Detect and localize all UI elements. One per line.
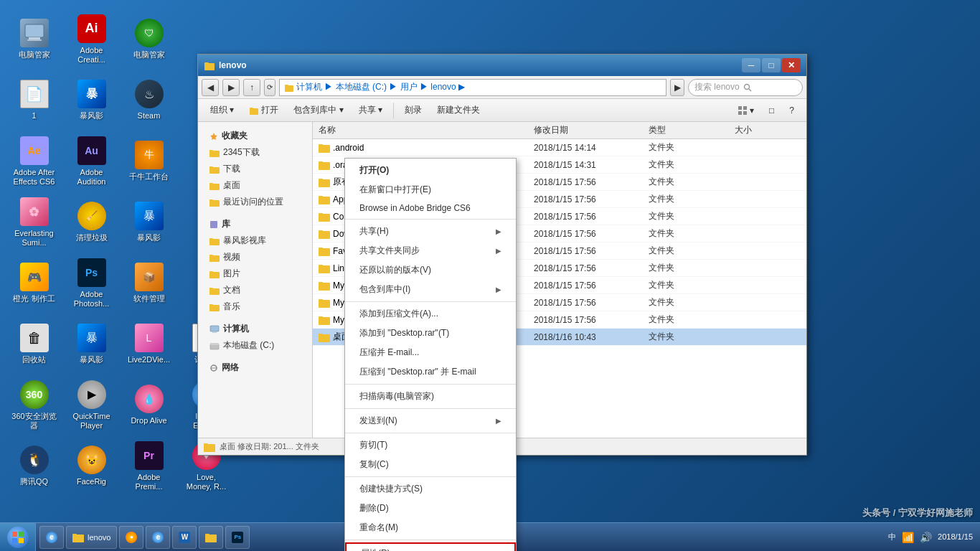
view-toggle-button[interactable]: ▾ [731,101,760,120]
col-header-date[interactable]: 修改日期 [528,124,643,136]
col-header-name[interactable]: 名称 [313,124,528,136]
library-header[interactable]: 库 [198,216,312,232]
ctx-open-new-window[interactable]: 在新窗口中打开(E) [345,180,516,199]
share-button[interactable]: 共享 ▾ [352,101,389,120]
go-button[interactable]: ▶ [670,79,684,96]
network-header[interactable]: 网络 [198,359,312,376]
desktop-icon-softmgr[interactable]: 📦 软件管理 [122,255,176,312]
taskbar-clock[interactable]: 2018/1/15 [938,532,973,542]
svg-rect-30 [209,271,213,273]
desktop-icon-quicktime[interactable]: ▶ QuickTimePlayer [65,377,118,434]
nav-pane: 收藏夹 2345下载 下载 桌面 [198,122,313,438]
minimize-button[interactable]: ─ [742,58,760,72]
refresh-button[interactable]: ⟳ [264,79,275,96]
table-row[interactable]: .android 2018/1/15 14:14 文件夹 [313,139,806,156]
open-button[interactable]: 打开 [242,101,285,120]
svg-rect-24 [210,221,217,228]
taskbar-ie2-button[interactable]: e [146,526,170,549]
nav-item-pictures[interactable]: 图片 [198,265,312,282]
nav-item-recent[interactable]: 最近访问的位置 [198,194,312,210]
nav-item-2345[interactable]: 2345下载 [198,144,312,161]
taskbar-folder2-button[interactable] [199,526,223,549]
ctx-sync[interactable]: 共享文件夹同步 ▶ [345,241,516,260]
ctx-copy[interactable]: 复制(C) [345,455,516,474]
desktop-icon-baofeng2[interactable]: 暴 暴风影 [65,316,118,373]
address-path[interactable]: 计算机 ▶ 本地磁盘 (C:) ▶ 用户 ▶ lenovo ▶ [279,79,666,96]
desktop-icon-steam[interactable]: ♨ Steam [122,72,176,129]
desktop-icon-600[interactable]: 🐧 腾讯QQ [7,438,61,495]
nav-item-video[interactable]: 视频 [198,249,312,265]
ctx-properties[interactable]: 属性(R) [345,542,516,551]
desktop-icon-1[interactable]: 📄 1 [7,72,61,129]
organize-button[interactable]: 组织 ▾ [204,101,240,120]
start-orb [7,527,29,548]
ctx-send-to[interactable]: 发送到(N) ▶ [345,411,516,430]
nav-item-local-disk[interactable]: 本地磁盘 (C:) [198,337,312,354]
desktop-icon-au[interactable]: Au AdobeAudition [65,133,118,190]
ctx-scan-virus[interactable]: 扫描病毒(电脑管家) [345,387,516,406]
svg-rect-19 [209,166,213,169]
ctx-cut[interactable]: 剪切(T) [345,435,516,455]
ctx-delete[interactable]: 删除(D) [345,499,516,518]
nav-item-download[interactable]: 下载 [198,161,312,177]
taskbar-ps-button[interactable]: Ps [225,526,250,549]
new-folder-button[interactable]: 新建文件夹 [430,101,486,120]
include-library-button[interactable]: 包含到库中 ▾ [287,101,349,120]
close-button[interactable]: ✕ [782,58,801,72]
computer-nav-header[interactable]: 计算机 [198,321,312,337]
desktop-icon-ps[interactable]: Ps AdobePhotosh... [65,255,118,312]
preview-button[interactable]: □ [763,101,781,120]
search-box[interactable]: 搜索 lenovo [688,79,803,96]
desktop-icon-recycle[interactable]: 🗑 回收站 [7,316,61,373]
maximize-button[interactable]: □ [762,58,781,72]
desktop-icon-pcmgr[interactable]: 🛡 电脑管家 [122,11,176,68]
favorites-header[interactable]: 收藏夹 [198,128,312,144]
desktop-icon-dropalive[interactable]: 💧 Drop Alive [122,377,176,434]
ctx-share[interactable]: 共享(H) ▶ [345,222,516,241]
ctx-add-desktop-rar[interactable]: 添加到 "Desktop.rar"(T) [345,324,516,343]
ctx-include-library[interactable]: 包含到库中(I) ▶ [345,280,516,299]
desktop-icon-ae[interactable]: Ae Adobe AfterEffects CS6 [7,133,61,190]
desktop-icon-baofeng[interactable]: 暴 暴风影 [65,72,118,129]
col-header-size[interactable]: 大小 [729,124,786,136]
nav-item-baofeng-lib[interactable]: 暴风影视库 [198,232,312,249]
ctx-add-archive[interactable]: 添加到压缩文件(A)... [345,304,516,324]
burn-button[interactable]: 刻录 [398,101,428,120]
desktop-icon-qianniu[interactable]: 牛 千牛工作台 [122,133,176,190]
desktop-icon-chenguang[interactable]: 🎮 橙光 制作工 [7,255,61,312]
ctx-compress-email[interactable]: 压缩并 E-mail... [345,343,516,362]
back-button[interactable]: ◀ [202,79,219,96]
help-button[interactable]: ? [783,101,801,120]
nav-item-desktop[interactable]: 桌面 [198,177,312,194]
ctx-restore-prev[interactable]: 还原以前的版本(V) [345,260,516,280]
clock-time: 2018/1/15 [938,532,973,542]
desktop-icon-computer[interactable]: 电脑管家 [7,11,61,68]
folder-title-icon [204,60,215,71]
ctx-open[interactable]: 打开(O) [345,161,516,180]
window-titlebar[interactable]: lenovo ─ □ ✕ [198,55,806,76]
desktop-icon-ac[interactable]: Ai AdobeCreati... [65,11,118,68]
nav-item-documents[interactable]: 文档 [198,282,312,298]
taskbar-ie-button[interactable]: e [39,526,64,549]
desktop-icon-live2d[interactable]: L Live2DVie... [122,316,176,373]
forward-button[interactable]: ▶ [222,79,240,96]
col-header-type[interactable]: 类型 [643,124,729,136]
desktop-icon-360[interactable]: 360 360安全浏览器 [7,377,61,434]
taskbar-word-button[interactable]: W [172,526,197,549]
svg-rect-23 [209,199,213,202]
desktop-icon-facerig[interactable]: 😺 FaceRig [65,438,118,495]
nav-item-music[interactable]: 音乐 [198,298,312,315]
desktop-icon-everlasting[interactable]: 🌸 EverlastingSumi... [7,194,61,251]
up-button[interactable]: ↑ [243,79,260,96]
taskbar-chrome-button[interactable]: ● [119,526,143,549]
facerig-label: FaceRig [77,477,106,486]
desktop-icon-pr[interactable]: Pr AdobePremi... [122,438,176,495]
desktop-icon-clean[interactable]: 🧹 清理垃圾 [65,194,118,251]
ctx-adobe-bridge[interactable]: Browse in Adobe Bridge CS6 [345,199,516,217]
ctx-create-shortcut[interactable]: 创建快捷方式(S) [345,479,516,499]
ctx-compress-desktop-email[interactable]: 压缩到 "Desktop.rar" 并 E-mail [345,362,516,382]
taskbar-explorer-button[interactable]: lenovo [66,526,117,549]
desktop-icon-baofeng3[interactable]: 暴 暴风影 [122,194,176,251]
start-button[interactable] [0,523,36,552]
ctx-rename[interactable]: 重命名(M) [345,518,516,537]
